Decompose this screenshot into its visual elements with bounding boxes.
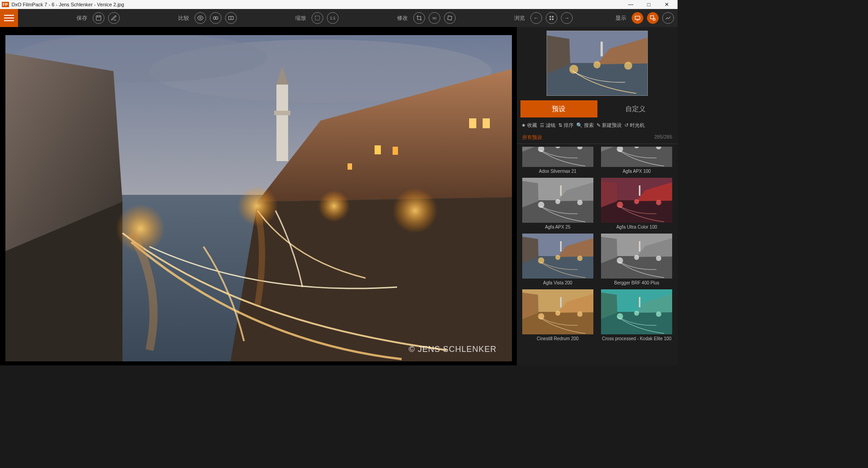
display-histogram-icon[interactable] <box>662 12 674 24</box>
svg-point-43 <box>624 62 632 70</box>
svg-point-82 <box>555 255 560 260</box>
svg-point-107 <box>656 311 661 317</box>
save-label: 保存 <box>77 14 87 22</box>
clock-icon: ↺ <box>624 122 628 128</box>
svg-point-106 <box>634 311 639 316</box>
preset-item[interactable]: Agfa Vista 200 <box>521 234 594 286</box>
browse-grid-icon[interactable] <box>546 12 557 24</box>
svg-point-35 <box>318 190 350 222</box>
svg-rect-53 <box>601 147 672 167</box>
svg-point-34 <box>393 188 438 233</box>
svg-point-90 <box>634 255 639 260</box>
svg-rect-11 <box>552 18 554 20</box>
preset-thumb <box>522 178 593 223</box>
straighten-icon[interactable] <box>444 12 456 24</box>
svg-point-67 <box>577 200 583 205</box>
svg-rect-80 <box>560 241 562 252</box>
display-presets-icon[interactable] <box>647 12 659 24</box>
app-badge-icon: FP <box>2 2 9 7</box>
browse-prev-icon[interactable]: ← <box>530 12 542 24</box>
preset-item[interactable]: Adox Silvermax 21 <box>521 147 594 174</box>
panel-tabs: 预设 自定义 <box>520 100 674 117</box>
filter-favorites[interactable]: ★收藏 <box>521 122 537 129</box>
preset-item[interactable]: Agfa Ultra Color 100 <box>601 178 674 230</box>
filter-filter[interactable]: ☰滤镜 <box>540 122 556 129</box>
browse-next-icon[interactable]: → <box>561 12 573 24</box>
filter-new-preset[interactable]: ✎新建预设 <box>597 122 622 129</box>
preset-label: Cinestill Redrum 200 <box>537 336 579 342</box>
svg-point-99 <box>577 311 583 317</box>
svg-rect-104 <box>639 297 641 307</box>
window-minimize-button[interactable]: — <box>622 1 640 8</box>
display-label: 显示 <box>615 14 626 22</box>
svg-rect-6 <box>315 16 319 20</box>
svg-point-1 <box>199 17 201 19</box>
svg-point-74 <box>634 199 639 204</box>
browse-label: 浏览 <box>514 14 525 22</box>
preset-label: Agfa APX 25 <box>545 225 570 230</box>
crop-icon[interactable] <box>413 12 425 24</box>
zoom-11-button[interactable]: 1:1 <box>327 12 339 24</box>
svg-rect-72 <box>639 185 641 196</box>
window-titlebar: FP DxO FilmPack 7 - 6 - Jens Schlenker -… <box>0 0 678 9</box>
svg-rect-7 <box>448 16 452 20</box>
preset-thumb <box>522 147 593 167</box>
svg-rect-10 <box>550 18 552 20</box>
display-single-icon[interactable] <box>632 12 643 24</box>
menu-button[interactable] <box>0 9 18 27</box>
svg-rect-45 <box>522 147 593 167</box>
svg-rect-29 <box>469 118 476 128</box>
filter-search[interactable]: 🔍搜索 <box>576 122 594 129</box>
image-viewer[interactable]: © JENS SCHLENKER <box>0 27 517 365</box>
main-photo <box>5 35 512 361</box>
modify-label: 修改 <box>397 14 408 22</box>
preset-item[interactable]: Bergger BRF 400 Plus <box>601 234 674 286</box>
svg-rect-28 <box>393 147 398 155</box>
navigator-preview[interactable] <box>547 31 648 96</box>
side-panel: 预设 自定义 ★收藏 ☰滤镜 ⇅排序 🔍搜索 ✎新建预设 ↺时光机 所有预设 2… <box>517 27 678 365</box>
preset-label: Agfa Vista 200 <box>543 280 572 286</box>
preset-thumb <box>522 289 593 334</box>
rotate-icon[interactable]: 90 <box>429 12 440 24</box>
preset-item[interactable]: Agfa APX 25 <box>521 178 594 230</box>
main-toolbar: 保存 比较 缩放 1:1 修改 90 浏览 ← → 显示 <box>0 9 678 27</box>
svg-rect-12 <box>635 16 640 19</box>
tab-custom[interactable]: 自定义 <box>597 100 674 117</box>
preset-item[interactable]: Agfa APX 100 <box>601 147 674 174</box>
window-close-button[interactable]: ✕ <box>658 1 676 8</box>
window-maximize-button[interactable]: □ <box>640 1 658 8</box>
window-title: DxO FilmPack 7 - 6 - Jens Schlenker - Ve… <box>12 2 124 7</box>
filter-time-machine[interactable]: ↺时光机 <box>624 122 645 129</box>
preset-item[interactable]: Cross processed - Kodak Elite 100 <box>601 289 674 342</box>
svg-rect-9 <box>552 16 554 18</box>
filter-sort[interactable]: ⇅排序 <box>558 122 574 129</box>
preset-thumb <box>601 178 672 223</box>
compare-side-icon[interactable] <box>225 12 237 24</box>
preset-item[interactable]: Cinestill Redrum 200 <box>521 289 594 342</box>
compare-split-icon[interactable] <box>210 12 222 24</box>
svg-rect-96 <box>560 297 562 307</box>
svg-rect-30 <box>483 118 490 128</box>
svg-rect-40 <box>601 41 603 56</box>
presets-grid[interactable]: Adox Silvermax 21 Agfa APX 100 Agfa APX … <box>517 144 678 365</box>
main-area: © JENS SCHLENKER 预设 自定义 ★收藏 ☰滤镜 ⇅排序 <box>0 27 678 365</box>
save-icon[interactable] <box>93 12 104 24</box>
preset-filters: ★收藏 ☰滤镜 ⇅排序 🔍搜索 ✎新建预设 ↺时光机 <box>517 117 678 132</box>
zoom-fit-icon[interactable] <box>312 12 323 24</box>
search-icon: 🔍 <box>576 122 583 128</box>
preset-section-header[interactable]: 所有预设 285/285 <box>517 132 678 144</box>
svg-rect-8 <box>550 16 552 18</box>
save-as-icon[interactable] <box>108 12 120 24</box>
sort-icon: ⇅ <box>558 122 562 128</box>
svg-point-75 <box>656 200 661 205</box>
new-icon: ✎ <box>597 122 601 128</box>
tab-preset[interactable]: 预设 <box>520 100 597 117</box>
preset-label: Bergger BRF 400 Plus <box>614 280 659 286</box>
svg-rect-0 <box>96 16 101 21</box>
watermark-text: © JENS SCHLENKER <box>409 345 497 354</box>
svg-point-42 <box>593 61 601 68</box>
compare-eye-icon[interactable] <box>194 12 206 24</box>
svg-point-41 <box>570 65 579 74</box>
zoom-label: 缩放 <box>295 14 306 22</box>
preset-label: Agfa APX 100 <box>623 169 651 174</box>
